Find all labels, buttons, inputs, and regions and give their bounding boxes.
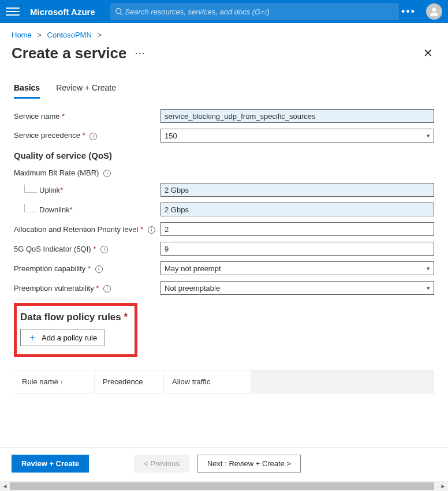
arp-input[interactable]	[160, 222, 434, 236]
chevron-down-icon: ▾	[427, 132, 430, 140]
fiveqi-input[interactable]	[160, 242, 434, 256]
service-name-input[interactable]	[160, 109, 434, 123]
scrollbar-thumb[interactable]	[10, 482, 434, 490]
svg-point-0	[116, 9, 121, 14]
preempt-vulnerability-label: Preemption vulnerability * i	[14, 284, 160, 293]
mbr-label: Maximum Bit Rate (MBR) i	[14, 168, 160, 177]
breadcrumb-home[interactable]: Home	[12, 31, 32, 39]
info-icon[interactable]: i	[148, 226, 155, 234]
preempt-capability-select[interactable]: May not preempt▾	[160, 261, 434, 275]
close-icon[interactable]: ✕	[420, 43, 436, 63]
scroll-right-icon[interactable]: ►	[438, 481, 448, 491]
col-allow-traffic[interactable]: Allow traffic	[164, 370, 251, 393]
preempt-capability-label: Preemption capability * i	[14, 264, 160, 273]
top-bar: Microsoft Azure •••	[0, 0, 448, 23]
policy-rules-highlight: Data flow policy rules * ＋ Add a policy …	[14, 303, 137, 357]
sort-ascending-icon: ↑	[60, 379, 63, 385]
chevron-right-icon: >	[37, 31, 42, 39]
downlink-input[interactable]	[160, 203, 434, 216]
service-precedence-select[interactable]: 150▾	[160, 129, 434, 143]
user-avatar[interactable]	[426, 3, 442, 20]
search-input[interactable]	[125, 8, 394, 16]
footer-bar: Review + Create < Previous Next : Review…	[0, 447, 448, 479]
arp-label: Allocation and Retention Priority level …	[14, 225, 160, 234]
breadcrumb-item[interactable]: ContosoPMN	[47, 31, 92, 39]
uplink-input[interactable]	[160, 183, 434, 197]
tab-review-create[interactable]: Review + Create	[56, 83, 116, 99]
chevron-down-icon: ▾	[427, 284, 430, 292]
col-spacer	[251, 370, 434, 393]
preempt-vulnerability-select[interactable]: Not preemptable▾	[160, 281, 434, 295]
chevron-right-icon: >	[97, 31, 102, 39]
plus-icon: ＋	[28, 333, 37, 342]
menu-icon[interactable]	[6, 5, 20, 18]
fiveqi-label: 5G QoS Indicator (5QI) * i	[14, 245, 160, 253]
horizontal-scrollbar[interactable]: ◄ ►	[0, 481, 448, 491]
service-name-label: Service name *	[14, 112, 160, 121]
info-icon[interactable]: i	[103, 285, 111, 293]
previous-button: < Previous	[134, 455, 189, 473]
tab-bar: Basics Review + Create	[0, 63, 448, 99]
info-icon[interactable]: i	[95, 265, 103, 273]
svg-line-1	[120, 13, 122, 16]
brand-label[interactable]: Microsoft Azure	[30, 7, 95, 17]
svg-point-2	[432, 8, 436, 12]
overflow-icon[interactable]: •••	[401, 6, 416, 18]
uplink-label: Uplink *	[14, 185, 160, 195]
chevron-down-icon: ▾	[427, 265, 430, 272]
rules-table-header: Rule name↑ Precedence Allow traffic	[14, 370, 434, 393]
info-icon[interactable]: i	[103, 170, 111, 177]
add-policy-rule-label: Add a policy rule	[42, 333, 97, 342]
tab-basics[interactable]: Basics	[14, 83, 40, 99]
info-icon[interactable]: i	[89, 133, 97, 140]
col-rule-name[interactable]: Rule name↑	[14, 370, 95, 393]
page-title: Create a service	[12, 44, 126, 62]
review-create-button[interactable]: Review + Create	[12, 455, 89, 473]
more-icon[interactable]: ···	[135, 47, 145, 59]
search-icon	[115, 8, 123, 16]
scroll-left-icon[interactable]: ◄	[0, 481, 10, 491]
breadcrumb: Home > ContosoPMN >	[0, 23, 448, 43]
next-button[interactable]: Next : Review + Create >	[197, 455, 301, 473]
info-icon[interactable]: i	[100, 246, 108, 253]
downlink-label: Downlink *	[14, 204, 160, 215]
qos-section-header: Quality of service (QoS)	[14, 151, 434, 160]
add-policy-rule-button[interactable]: ＋ Add a policy rule	[20, 329, 104, 346]
col-precedence[interactable]: Precedence	[95, 370, 164, 393]
service-precedence-label: Service precedence * i	[14, 131, 160, 140]
search-box[interactable]	[110, 3, 399, 20]
policy-rules-header: Data flow policy rules *	[20, 312, 128, 323]
